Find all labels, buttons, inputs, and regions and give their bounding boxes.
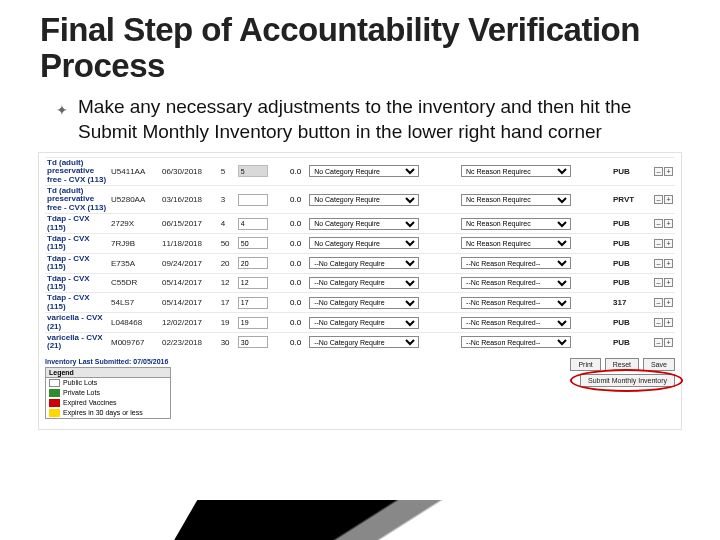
- plus-icon[interactable]: +: [664, 338, 673, 347]
- plus-icon[interactable]: +: [664, 219, 673, 228]
- exp-date: 03/16/2018: [160, 186, 219, 214]
- lot-number: E735A: [109, 253, 160, 273]
- lot-number: U5411AA: [109, 157, 160, 185]
- legend-label: Private Lots: [63, 389, 100, 396]
- variance: 0.0: [281, 214, 307, 234]
- submit-monthly-inventory-button[interactable]: Submit Monthly Inventory: [580, 374, 675, 387]
- funding-source: PUB: [611, 157, 639, 185]
- physical-count-input[interactable]: [238, 336, 268, 348]
- variance: 0.0: [281, 234, 307, 254]
- physical-count-input[interactable]: [238, 317, 268, 329]
- reason-select[interactable]: --Nc Reason Required--: [461, 257, 571, 269]
- vaccine-name: Tdap - CVX (115): [45, 234, 109, 254]
- plus-icon[interactable]: +: [664, 278, 673, 287]
- reason-select[interactable]: --Nc Reason Required--: [461, 317, 571, 329]
- minus-icon[interactable]: –: [654, 278, 663, 287]
- table-row: varicella - CVX (21)M00976702/23/2018300…: [45, 332, 675, 351]
- qty-on-hand: 17: [219, 293, 236, 313]
- reason-select[interactable]: Nc Reason Requirec: [461, 165, 571, 177]
- reason-select[interactable]: Nc Reason Requirec: [461, 237, 571, 249]
- exp-date: 11/18/2018: [160, 234, 219, 254]
- minus-icon[interactable]: –: [654, 259, 663, 268]
- minus-icon[interactable]: –: [654, 239, 663, 248]
- category-select[interactable]: --No Category Require: [309, 277, 419, 289]
- category-select[interactable]: --No Category Require: [309, 297, 419, 309]
- legend-swatch-expiring: [49, 409, 60, 417]
- action-buttons: Print Reset Save Submit Monthly Inventor…: [568, 358, 675, 390]
- vaccine-name: varicella - CVX (21): [45, 332, 109, 351]
- qty-on-hand: 4: [219, 214, 236, 234]
- funding-source: PRVT: [611, 186, 639, 214]
- slide-title: Final Step of Accountability Verificatio…: [40, 12, 696, 83]
- bullet-text: Make any necessary adjustments to the in…: [78, 95, 676, 144]
- minus-icon[interactable]: –: [654, 219, 663, 228]
- plus-icon[interactable]: +: [664, 239, 673, 248]
- reason-select[interactable]: Nc Reason Requirec: [461, 218, 571, 230]
- legend-label: Expires in 30 days or less: [63, 409, 143, 416]
- bullet-item: ✦ Make any necessary adjustments to the …: [56, 95, 676, 144]
- physical-count-input[interactable]: [238, 277, 268, 289]
- legend-label: Expired Vaccines: [63, 399, 117, 406]
- qty-on-hand: 19: [219, 313, 236, 333]
- save-button[interactable]: Save: [643, 358, 675, 371]
- physical-count-input[interactable]: [238, 165, 268, 177]
- funding-source: PUB: [611, 234, 639, 254]
- qty-on-hand: 30: [219, 332, 236, 351]
- reason-select[interactable]: Nc Reason Requirec: [461, 194, 571, 206]
- lot-number: 7RJ9B: [109, 234, 160, 254]
- vaccine-name: Td (adult) preservative free - CVX (113): [45, 186, 109, 214]
- minus-icon[interactable]: –: [654, 338, 663, 347]
- exp-date: 06/15/2017: [160, 214, 219, 234]
- decorative-stripe: [163, 500, 578, 540]
- plus-icon[interactable]: +: [664, 259, 673, 268]
- variance: 0.0: [281, 293, 307, 313]
- qty-on-hand: 5: [219, 157, 236, 185]
- table-row: Tdap - CVX (115)7RJ9B11/18/2018500.0No C…: [45, 234, 675, 254]
- category-select[interactable]: --No Category Require: [309, 317, 419, 329]
- exp-date: 05/14/2017: [160, 293, 219, 313]
- physical-count-input[interactable]: [238, 237, 268, 249]
- variance: 0.0: [281, 253, 307, 273]
- variance: 0.0: [281, 186, 307, 214]
- funding-source: 317: [611, 293, 639, 313]
- plus-icon[interactable]: +: [664, 195, 673, 204]
- funding-source: PUB: [611, 253, 639, 273]
- physical-count-input[interactable]: [238, 194, 268, 206]
- legend-swatch-private: [49, 389, 60, 397]
- qty-on-hand: 20: [219, 253, 236, 273]
- minus-icon[interactable]: –: [654, 298, 663, 307]
- print-button[interactable]: Print: [570, 358, 600, 371]
- table-row: varicella - CVX (21)L04846812/02/2017190…: [45, 313, 675, 333]
- physical-count-input[interactable]: [238, 297, 268, 309]
- minus-icon[interactable]: –: [654, 318, 663, 327]
- category-select[interactable]: No Category Require: [309, 218, 419, 230]
- plus-icon[interactable]: +: [664, 167, 673, 176]
- exp-date: 06/30/2018: [160, 157, 219, 185]
- variance: 0.0: [281, 157, 307, 185]
- category-select[interactable]: No Category Require: [309, 237, 419, 249]
- legend-label: Public Lots: [63, 379, 97, 386]
- minus-icon[interactable]: –: [654, 195, 663, 204]
- legend-header: Legend: [46, 368, 170, 378]
- plus-icon[interactable]: +: [664, 298, 673, 307]
- reason-select[interactable]: --Nc Reason Required--: [461, 336, 571, 348]
- vaccine-name: Td (adult) preservative free - CVX (113): [45, 157, 109, 185]
- reason-select[interactable]: --Nc Reason Required--: [461, 297, 571, 309]
- physical-count-input[interactable]: [238, 218, 268, 230]
- qty-on-hand: 12: [219, 273, 236, 293]
- minus-icon[interactable]: –: [654, 167, 663, 176]
- exp-date: 12/02/2017: [160, 313, 219, 333]
- legend-swatch-public: [49, 379, 60, 387]
- reason-select[interactable]: --Nc Reason Required--: [461, 277, 571, 289]
- category-select[interactable]: No Category Require: [309, 165, 419, 177]
- category-select[interactable]: No Category Require: [309, 194, 419, 206]
- table-row: Tdap - CVX (115)E735A09/24/2017200.0--No…: [45, 253, 675, 273]
- physical-count-input[interactable]: [238, 257, 268, 269]
- inventory-screenshot: Td (adult) preservative free - CVX (113)…: [38, 152, 682, 430]
- plus-icon[interactable]: +: [664, 318, 673, 327]
- funding-source: PUB: [611, 313, 639, 333]
- reset-button[interactable]: Reset: [605, 358, 639, 371]
- category-select[interactable]: --No Category Require: [309, 257, 419, 269]
- vaccine-name: Tdap - CVX (115): [45, 214, 109, 234]
- category-select[interactable]: --No Category Require: [309, 336, 419, 348]
